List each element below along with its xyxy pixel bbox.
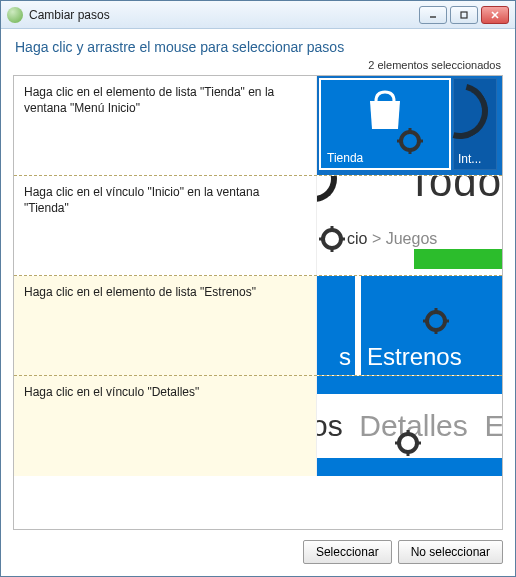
tile-label: Int... — [458, 152, 481, 166]
close-button[interactable] — [481, 6, 509, 24]
step-thumbnail: Tienda Int... — [316, 76, 502, 175]
svg-point-4 — [401, 132, 419, 150]
back-arrow-icon — [316, 176, 337, 202]
tile-estrenos: Estrenos — [361, 276, 502, 375]
step-thumbnail: s Estrenos — [316, 276, 502, 375]
dialog-content: Haga clic y arrastre el mouse para selec… — [1, 29, 515, 576]
select-button[interactable]: Seleccionar — [303, 540, 392, 564]
target-icon — [395, 430, 421, 456]
tile-label-fragment: s — [339, 343, 351, 371]
tile-label: Tienda — [327, 151, 363, 165]
target-icon — [423, 308, 449, 334]
step-row[interactable]: Haga clic en el vínculo "Inicio" en la v… — [14, 176, 502, 276]
tile-label: Estrenos — [367, 343, 462, 371]
text-fragment: Es — [484, 409, 502, 442]
crumb-sep: > — [367, 230, 385, 247]
progress-bar — [414, 249, 502, 269]
shopping-bag-icon — [362, 89, 408, 131]
svg-point-14 — [427, 312, 445, 330]
svg-point-9 — [323, 230, 341, 248]
app-icon — [7, 7, 23, 23]
step-row[interactable]: Haga clic en el elemento de lista "Estre… — [14, 276, 502, 376]
step-description: Haga clic en el vínculo "Detalles" — [14, 376, 316, 476]
deselect-button[interactable]: No seleccionar — [398, 540, 503, 564]
step-description: Haga clic en el vínculo "Inicio" en la v… — [14, 176, 316, 275]
heading-fragment: Todo — [407, 176, 502, 206]
target-icon — [397, 128, 423, 154]
steps-list[interactable]: Haga clic en el elemento de lista "Tiend… — [13, 75, 503, 530]
tile-secondary: Int... — [453, 78, 497, 170]
svg-point-19 — [399, 434, 417, 452]
decor-stripe — [317, 376, 502, 394]
tile-store: Tienda — [319, 78, 451, 170]
decor-stripe — [317, 458, 502, 476]
step-row[interactable]: Haga clic en el elemento de lista "Tiend… — [14, 76, 502, 176]
step-thumbnail: os Detalles Es — [316, 376, 502, 476]
text-fragment: os — [316, 409, 343, 442]
dialog-footer: Seleccionar No seleccionar — [1, 530, 515, 576]
crumb-active: cio — [347, 230, 367, 247]
selection-count: 2 elementos seleccionados — [1, 59, 515, 75]
breadcrumb: cio > Juegos — [347, 230, 437, 248]
minimize-button[interactable] — [419, 6, 447, 24]
titlebar[interactable]: Cambiar pasos — [1, 1, 515, 29]
svg-rect-1 — [461, 12, 467, 18]
window-buttons — [419, 6, 509, 24]
dialog-window: Cambiar pasos Haga clic y arrastre el mo… — [0, 0, 516, 577]
target-icon — [319, 226, 345, 252]
tile-fragment-left: s — [317, 276, 355, 375]
step-description: Haga clic en el elemento de lista "Tiend… — [14, 76, 316, 175]
step-thumbnail: Todo cio > Juegos — [316, 176, 502, 275]
crumb-next: Juegos — [386, 230, 438, 247]
instruction-text: Haga clic y arrastre el mouse para selec… — [1, 29, 515, 59]
step-row[interactable]: Haga clic en el vínculo "Detalles" os De… — [14, 376, 502, 476]
step-description: Haga clic en el elemento de lista "Estre… — [14, 276, 316, 375]
maximize-button[interactable] — [450, 6, 478, 24]
window-title: Cambiar pasos — [29, 8, 419, 22]
